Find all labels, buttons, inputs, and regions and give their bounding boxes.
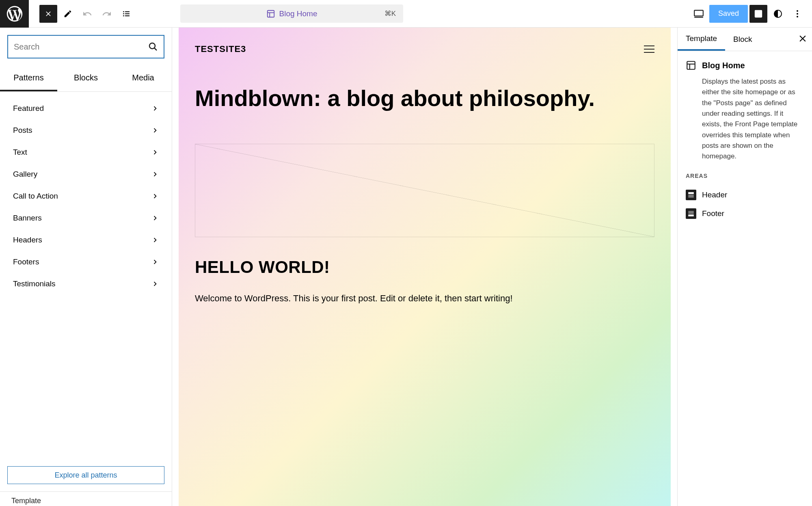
chevron-right-icon — [151, 104, 160, 113]
sidebar-icon — [754, 9, 763, 18]
header-area-icon — [686, 190, 696, 200]
category-label: Posts — [13, 126, 32, 135]
area-label: Footer — [702, 209, 724, 218]
chevron-right-icon — [151, 279, 160, 288]
inserter-panel: Patterns Blocks Media Featured Posts Tex… — [0, 28, 172, 506]
category-label: Banners — [13, 214, 42, 223]
document-overview-button[interactable] — [117, 5, 135, 23]
undo-button[interactable] — [78, 5, 96, 23]
view-button[interactable] — [690, 5, 708, 23]
close-inserter-button[interactable] — [39, 5, 57, 23]
search-icon — [148, 42, 158, 52]
redo-button[interactable] — [98, 5, 116, 23]
styles-icon — [773, 9, 783, 19]
chevron-right-icon — [151, 257, 160, 266]
tab-media[interactable]: Media — [114, 66, 172, 91]
area-header[interactable]: Header — [686, 186, 804, 204]
tab-block[interactable]: Block — [725, 28, 760, 51]
category-footers[interactable]: Footers — [0, 251, 172, 273]
site-title[interactable]: TESTSITE3 — [195, 44, 246, 54]
featured-image-placeholder[interactable] — [195, 144, 654, 237]
styles-button[interactable] — [769, 5, 787, 23]
options-button[interactable] — [788, 5, 806, 23]
shortcut-hint: ⌘K — [384, 9, 396, 18]
save-button[interactable]: Saved — [709, 5, 748, 23]
redo-icon — [102, 9, 112, 19]
editor-canvas[interactable]: TESTSITE3 Mindblown: a blog about philos… — [172, 28, 677, 506]
category-featured[interactable]: Featured — [0, 97, 172, 119]
settings-panel: Template Block Blog Home Displays the la… — [677, 28, 812, 506]
category-posts[interactable]: Posts — [0, 119, 172, 141]
search-input[interactable] — [14, 42, 148, 52]
category-label: Headers — [13, 236, 42, 244]
category-label: Text — [13, 148, 27, 157]
template-name: Blog Home — [702, 61, 745, 70]
layout-icon — [686, 60, 696, 71]
desktop-icon — [693, 9, 704, 19]
chevron-right-icon — [151, 126, 160, 135]
undo-icon — [82, 9, 92, 19]
document-bar[interactable]: Blog Home ⌘K — [180, 4, 403, 23]
svg-point-10 — [149, 43, 155, 49]
top-toolbar: Blog Home ⌘K Saved — [0, 0, 812, 28]
nav-menu-toggle[interactable] — [644, 45, 654, 53]
svg-point-8 — [797, 13, 798, 15]
template-description: Displays the latest posts as either the … — [702, 76, 804, 162]
chevron-right-icon — [151, 170, 160, 179]
category-headers[interactable]: Headers — [0, 229, 172, 251]
close-icon — [44, 10, 52, 18]
tab-patterns[interactable]: Patterns — [0, 66, 57, 91]
svg-rect-12 — [687, 61, 695, 69]
layout-icon — [266, 9, 275, 18]
svg-point-9 — [797, 16, 798, 17]
category-label: Featured — [13, 104, 44, 113]
svg-rect-3 — [694, 10, 703, 16]
pattern-category-list: Featured Posts Text Gallery Call to Acti… — [0, 92, 172, 459]
tool-group-left — [29, 5, 135, 23]
svg-rect-0 — [267, 10, 274, 17]
document-title: Blog Home — [266, 9, 317, 18]
settings-tabs: Template Block — [678, 28, 812, 51]
category-testimonials[interactable]: Testimonials — [0, 273, 172, 295]
template-info: Blog Home Displays the latest posts as e… — [678, 51, 812, 232]
close-icon — [797, 33, 808, 44]
pencil-icon — [63, 9, 72, 18]
areas-label: AREAS — [686, 173, 804, 179]
tab-blocks[interactable]: Blocks — [57, 66, 114, 91]
chevron-right-icon — [151, 148, 160, 157]
svg-point-7 — [797, 10, 798, 12]
explore-patterns-button[interactable]: Explore all patterns — [7, 466, 164, 484]
settings-sidebar-toggle[interactable] — [749, 5, 767, 23]
tool-group-right: Saved — [690, 5, 806, 23]
category-gallery[interactable]: Gallery — [0, 163, 172, 185]
site-header: TESTSITE3 — [195, 44, 654, 54]
area-label: Header — [702, 190, 727, 199]
chevron-right-icon — [151, 192, 160, 201]
footer-area-icon — [686, 208, 696, 219]
category-label: Gallery — [13, 170, 37, 179]
edit-tool-button[interactable] — [59, 5, 77, 23]
inserter-tabs: Patterns Blocks Media — [0, 66, 172, 92]
close-settings-button[interactable] — [797, 33, 808, 44]
category-cta[interactable]: Call to Action — [0, 185, 172, 207]
chevron-right-icon — [151, 214, 160, 223]
svg-line-11 — [154, 48, 157, 50]
wp-logo[interactable] — [0, 0, 29, 28]
breadcrumb-template[interactable]: Template — [0, 491, 172, 506]
post-excerpt[interactable]: Welcome to WordPress. This is your first… — [195, 292, 654, 305]
category-label: Call to Action — [13, 192, 58, 201]
search-box[interactable] — [7, 35, 164, 58]
chevron-right-icon — [151, 236, 160, 244]
area-footer[interactable]: Footer — [686, 204, 804, 223]
list-view-icon — [121, 9, 131, 19]
main-area: Patterns Blocks Media Featured Posts Tex… — [0, 28, 812, 506]
post-title[interactable]: HELLO WORLD! — [195, 257, 654, 277]
hero-heading[interactable]: Mindblown: a blog about philosophy. — [195, 85, 654, 111]
category-label: Testimonials — [13, 279, 56, 288]
category-text[interactable]: Text — [0, 141, 172, 163]
wordpress-icon — [5, 4, 24, 23]
more-vertical-icon — [793, 9, 802, 19]
category-banners[interactable]: Banners — [0, 207, 172, 229]
category-label: Footers — [13, 257, 39, 266]
tab-template[interactable]: Template — [678, 28, 725, 51]
